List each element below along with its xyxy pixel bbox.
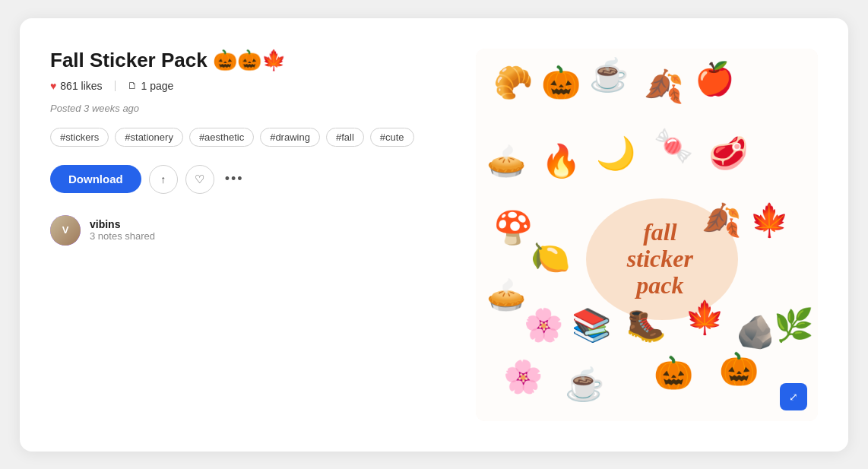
more-icon: ••• [225,171,244,186]
tag-item[interactable]: #cute [370,128,414,147]
sticker-item: 🍋 [531,242,570,274]
center-text: fallstickerpack [627,218,693,299]
sticker-item: ☕ [565,369,604,401]
sticker-item: 🎃 [541,67,581,99]
page-title: Fall Sticker Pack 🎃🎃🍁 [50,49,445,72]
page-icon: 🗋 [128,80,138,91]
like-button[interactable]: ♡ [185,165,214,194]
author-name: vibins [90,218,155,230]
tag-item[interactable]: #drawing [260,128,320,147]
author-notes: 3 notes shared [90,230,155,242]
share-button[interactable]: ↑ [149,165,178,194]
likes-info: ♥ 861 likes [50,80,103,92]
fall-sticker-text: fallstickerpack [627,218,693,299]
meta-divider [115,81,116,91]
left-panel: Fall Sticker Pack 🎃🎃🍁 ♥ 861 likes 🗋 1 pa… [50,49,445,421]
sticker-item: 🍂 [644,71,683,103]
actions-row: Download ↑ ♡ ••• [50,165,445,194]
meta-row: ♥ 861 likes 🗋 1 page [50,80,445,92]
sticker-item: 🥧 [486,279,526,311]
avatar-initials: V [62,224,69,236]
sticker-item: 🍄 [493,212,533,244]
pages-count: 1 page [141,80,174,92]
sticker-item: 🌿 [774,309,813,341]
sticker-item: 🥐 [493,67,533,99]
author-info: vibins 3 notes shared [90,218,155,242]
share-icon: ↑ [160,173,166,185]
sticker-item: 🌸 [503,361,543,393]
sticker-item: 🪨 [736,316,775,348]
heart-icon: ♥ [50,80,56,92]
tag-item[interactable]: #stickers [50,128,109,147]
tag-item[interactable]: #stationery [115,128,183,147]
sticker-item: 🎃 [654,357,693,389]
sticker-item: ☕ [589,59,629,91]
likes-count: 861 likes [60,80,102,92]
sticker-item: 🍁 [749,204,789,236]
main-card: Fall Sticker Pack 🎃🎃🍁 ♥ 861 likes 🗋 1 pa… [20,18,848,452]
sticker-item: 🥩 [708,138,748,170]
like-icon: ♡ [195,173,204,186]
sticker-item: 🌸 [524,309,563,341]
sticker-item: 🍎 [695,63,734,95]
author-row: V vibins 3 notes shared [50,215,445,246]
tag-item[interactable]: #aesthetic [189,128,254,147]
sticker-item: 🥧 [486,145,526,177]
sticker-item: 🍁 [685,302,724,334]
sticker-item: 🥾 [626,309,666,341]
download-button[interactable]: Download [50,165,141,193]
sticker-preview: fallstickerpack 🥐🎃☕🍂🍎🥧🔥🌙🍬🥩🍄🍋🍂🍁🥧🌸📚🥾🍁🪨🌿🌸☕🎃… [476,49,818,421]
expand-button[interactable]: ⤢ [780,383,807,410]
sticker-item: 🔥 [541,145,581,177]
sticker-item: 🍬 [654,130,693,162]
sticker-item: 🍂 [702,204,741,236]
pages-info: 🗋 1 page [128,80,174,92]
more-button[interactable]: ••• [222,171,247,187]
sticker-item: 🎃 [719,353,759,385]
sticker-item: 🌙 [596,138,635,170]
sticker-preview-panel: fallstickerpack 🥐🎃☕🍂🍎🥧🔥🌙🍬🥩🍄🍋🍂🍁🥧🌸📚🥾🍁🪨🌿🌸☕🎃… [476,49,818,421]
expand-icon: ⤢ [789,391,798,403]
avatar: V [50,215,81,246]
posted-time: Posted 3 weeks ago [50,103,445,114]
sticker-item: 📚 [572,309,611,341]
tag-item[interactable]: #fall [326,128,364,147]
tags-row: #stickers#stationery#aesthetic#drawing#f… [50,128,445,147]
